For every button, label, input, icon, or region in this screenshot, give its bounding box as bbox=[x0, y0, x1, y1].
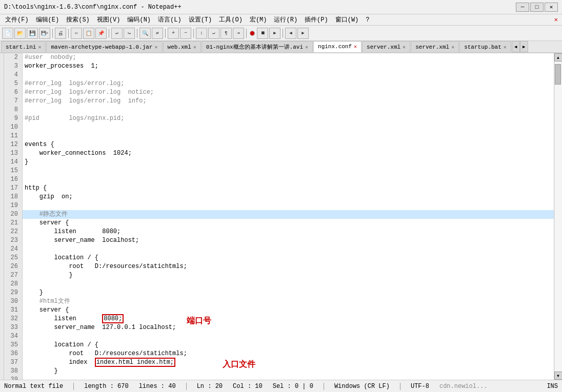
ln-5: 5 bbox=[4, 79, 20, 88]
tb-next[interactable]: ▶ bbox=[297, 28, 309, 39]
ln-14: 14 bbox=[4, 158, 20, 167]
tb-all-chars[interactable]: ¶ bbox=[220, 28, 232, 39]
tb-syncscrll[interactable]: ↕ bbox=[196, 28, 207, 39]
tb-indent[interactable]: ⇥ bbox=[233, 28, 244, 39]
tb-macro-play[interactable]: ▶ bbox=[269, 28, 280, 39]
tb-macro-stop[interactable]: ⏹ bbox=[257, 28, 268, 39]
tab-startup-bat[interactable]: startup.bat ✕ bbox=[459, 41, 511, 52]
tab-close-nginx-conf[interactable]: ✕ bbox=[354, 44, 357, 50]
tab-label: server.xml bbox=[367, 44, 400, 50]
menu-macro[interactable]: 宏(M) bbox=[247, 14, 270, 25]
code-line-31: server { bbox=[23, 306, 554, 315]
tb-prev[interactable]: ◀ bbox=[285, 28, 296, 39]
tb-macro-rec[interactable] bbox=[250, 31, 255, 36]
code-line-3: worker_processes 1; bbox=[23, 62, 554, 71]
tab-nginx-conf[interactable]: nginx.conf ✕ bbox=[313, 41, 362, 52]
scroll-track[interactable] bbox=[555, 61, 562, 372]
ln-4: 4 bbox=[4, 71, 20, 79]
tab-scroll-right[interactable]: ▶ bbox=[520, 41, 528, 52]
menu-language[interactable]: 语言(L) bbox=[155, 14, 185, 25]
tab-close-webxml[interactable]: ✕ bbox=[193, 44, 196, 50]
tab-webxml[interactable]: web.xml ✕ bbox=[163, 41, 201, 52]
code-line-25: location / { bbox=[23, 254, 554, 262]
scrollbar-vertical[interactable]: ▲ ▼ bbox=[554, 53, 562, 380]
ln-27: 27 bbox=[4, 271, 20, 280]
status-sep-3 bbox=[324, 383, 324, 390]
scroll-up-button[interactable]: ▲ bbox=[554, 53, 563, 61]
tab-close-maven[interactable]: ✕ bbox=[155, 44, 158, 50]
minimize-button[interactable]: ─ bbox=[516, 3, 529, 12]
ln-24: 24 bbox=[4, 245, 20, 254]
menu-tools[interactable]: 工具(O) bbox=[216, 14, 246, 25]
menu-encode[interactable]: 编码(N) bbox=[124, 14, 154, 25]
scroll-thumb[interactable] bbox=[555, 64, 561, 85]
code-line-35: location / { bbox=[23, 341, 554, 349]
ln-6: 6 bbox=[4, 88, 20, 97]
tb-sep-4 bbox=[137, 29, 137, 38]
code-line-17: http { bbox=[23, 184, 554, 193]
close-button[interactable]: ✕ bbox=[545, 3, 558, 12]
tb-sep-7 bbox=[246, 29, 247, 38]
tb-new[interactable]: 📄 bbox=[2, 28, 13, 39]
tab-close-startup[interactable]: ✕ bbox=[504, 44, 507, 50]
tab-label: 01-nginx概念的基本讲解第一讲.avi bbox=[206, 43, 303, 51]
ln-3: 3 bbox=[4, 62, 20, 71]
tb-replace[interactable]: ⇄ bbox=[152, 28, 163, 39]
window-controls[interactable]: ─ □ ✕ bbox=[516, 3, 558, 12]
tab-start-ini[interactable]: start.ini ✕ bbox=[1, 41, 46, 52]
tab-scroll-left[interactable]: ◀ bbox=[512, 41, 520, 52]
tab-maven[interactable]: maven-archetype-webapp-1.0.jar ✕ bbox=[46, 41, 162, 52]
tb-cut[interactable]: ✂ bbox=[71, 28, 82, 39]
code-line-12: events { bbox=[23, 140, 554, 149]
status-encoding: UTF-8 bbox=[411, 383, 429, 390]
tab-close-server2[interactable]: ✕ bbox=[451, 44, 454, 50]
close-x[interactable]: ✕ bbox=[554, 16, 560, 24]
tb-wordwrap[interactable]: ↵ bbox=[208, 28, 219, 39]
tb-zoom-in[interactable]: + bbox=[168, 28, 179, 39]
tab-label: web.xml bbox=[168, 44, 191, 50]
tb-open[interactable]: 📂 bbox=[14, 28, 26, 39]
tab-close-start-ini[interactable]: ✕ bbox=[38, 44, 41, 50]
tb-zoom-out[interactable]: − bbox=[180, 28, 191, 39]
tab-nginx-avi[interactable]: 01-nginx概念的基本讲解第一讲.avi ✕ bbox=[202, 41, 313, 52]
window-title: D:\tools\nginx-1.6.3\conf\nginx.conf - N… bbox=[4, 4, 182, 11]
scroll-down-button[interactable]: ▼ bbox=[554, 372, 563, 380]
code-line-20: #静态文件 bbox=[23, 210, 554, 219]
maximize-button[interactable]: □ bbox=[530, 3, 544, 12]
ln-32: 32 bbox=[4, 315, 20, 323]
ln-19: 19 bbox=[4, 201, 20, 210]
menu-settings[interactable]: 设置(T) bbox=[186, 14, 215, 25]
menu-file[interactable]: 文件(F) bbox=[2, 14, 32, 25]
code-area[interactable]: #user nobody; worker_processes 1; #error… bbox=[23, 53, 554, 380]
tb-undo[interactable]: ↩ bbox=[111, 28, 123, 39]
tb-find[interactable]: 🔍 bbox=[139, 28, 151, 39]
menu-edit[interactable]: 编辑(E) bbox=[33, 14, 63, 25]
tb-sep-3 bbox=[109, 29, 109, 38]
code-line-6: #error_log logs/error.log notice; bbox=[23, 88, 554, 97]
code-line-10 bbox=[23, 123, 554, 132]
tb-redo[interactable]: ↪ bbox=[124, 28, 135, 39]
tab-close-nginx-avi[interactable]: ✕ bbox=[305, 44, 308, 50]
code-area-wrapper[interactable]: #user nobody; worker_processes 1; #error… bbox=[23, 53, 554, 380]
menu-window[interactable]: 窗口(W) bbox=[332, 14, 362, 25]
tb-save[interactable]: 💾 bbox=[27, 28, 38, 39]
menu-view[interactable]: 视图(V) bbox=[94, 14, 124, 25]
menu-help[interactable]: ? bbox=[363, 15, 372, 25]
tab-server-xml-2[interactable]: server.xml ✕ bbox=[411, 41, 459, 52]
code-line-9: #pid logs/nginx.pid; bbox=[23, 114, 554, 123]
menu-plugins[interactable]: 插件(P) bbox=[302, 14, 331, 25]
tab-close-server1[interactable]: ✕ bbox=[403, 44, 406, 50]
menu-search[interactable]: 搜索(S) bbox=[63, 14, 93, 25]
ln-8: 8 bbox=[4, 106, 20, 114]
status-sep-2 bbox=[186, 383, 187, 390]
tb-saveall[interactable]: 💾+ bbox=[39, 28, 50, 39]
menu-run[interactable]: 运行(R) bbox=[271, 14, 300, 25]
status-sep-4 bbox=[400, 383, 400, 390]
tab-server-xml-1[interactable]: server.xml ✕ bbox=[362, 41, 410, 52]
code-line-14: } bbox=[23, 158, 554, 167]
tb-copy[interactable]: 📋 bbox=[83, 28, 94, 39]
tb-sep-8 bbox=[283, 29, 283, 38]
tab-label: server.xml bbox=[415, 44, 449, 50]
tb-print[interactable]: 🖨 bbox=[55, 28, 66, 39]
tb-paste[interactable]: 📌 bbox=[95, 28, 107, 39]
